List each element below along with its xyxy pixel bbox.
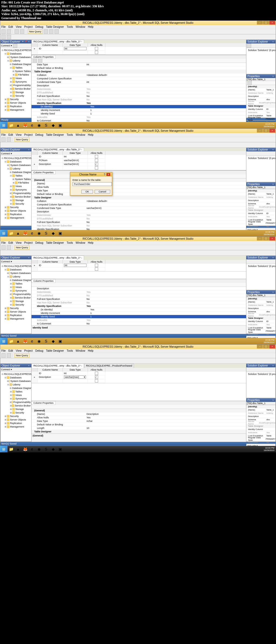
menu-tabledesigner[interactable]: Table Designer bbox=[46, 25, 64, 28]
status-text: Ready bbox=[1, 118, 8, 121]
menu-window[interactable]: Window bbox=[76, 25, 85, 28]
sol-item[interactable]: Solution 'Solution1' (0 projects) bbox=[248, 49, 275, 52]
tables-node[interactable]: Tables bbox=[15, 66, 22, 70]
dialog-help-icon[interactable]: ? bbox=[104, 173, 105, 176]
allow-null-check[interactable] bbox=[95, 51, 98, 54]
security-node[interactable]: Security bbox=[15, 94, 24, 98]
tb-save[interactable] bbox=[20, 29, 24, 34]
tb-open[interactable] bbox=[15, 29, 19, 34]
chrome-icon[interactable]: ◉ bbox=[36, 122, 43, 128]
audio-line: Audio: aac, 44100 Hz, 2 channels, s16, 6… bbox=[1, 8, 275, 12]
clock-date: 10/29/2014 bbox=[264, 125, 274, 128]
object-tree[interactable]: ⊟RICOALL\SQLEXPRESS (SQL Server 12.0.2 ⊟… bbox=[1, 48, 31, 118]
tb-back[interactable] bbox=[1, 29, 6, 34]
menu-debug[interactable]: Debug bbox=[35, 25, 43, 28]
menu-project[interactable]: Project bbox=[24, 25, 33, 28]
ie-icon[interactable]: e bbox=[29, 122, 36, 128]
gdrive-icon[interactable]: ▲ bbox=[15, 122, 22, 128]
table-name-input[interactable] bbox=[73, 182, 112, 186]
props-sort-icon[interactable] bbox=[247, 81, 252, 85]
close-button[interactable]: × bbox=[269, 21, 275, 25]
server-node[interactable]: RICOALL\SQLEXPRESS (SQL Server 12.0.2 bbox=[4, 49, 31, 52]
file-line: File: 001 Lets Create our First Database… bbox=[1, 1, 275, 4]
tb2-2[interactable] bbox=[7, 35, 11, 39]
dropdown-icon: ▾ bbox=[84, 376, 85, 378]
title-bar: RICOALL\SQLEXPRESS.Udemy - dbo.Table_1* … bbox=[0, 129, 276, 133]
udemy-node[interactable]: Udemy bbox=[13, 59, 20, 63]
sol-tb1[interactable] bbox=[247, 43, 251, 48]
minimize-button[interactable]: – bbox=[257, 129, 263, 133]
refresh-icon[interactable] bbox=[13, 43, 17, 48]
prop-cat-icon[interactable] bbox=[38, 59, 42, 63]
tab-close-icon[interactable]: × bbox=[81, 40, 82, 43]
menu-help[interactable]: Help bbox=[88, 25, 94, 28]
props-title: Properties bbox=[247, 75, 260, 78]
systables-node[interactable]: System Tables bbox=[15, 70, 31, 73]
connect-button[interactable]: Connect ▾ bbox=[1, 44, 12, 47]
minimize-button[interactable]: – bbox=[257, 21, 263, 25]
sysdbs-node[interactable]: System Databases bbox=[10, 56, 31, 59]
dtype-dropdown[interactable]: varchar(max)▾ bbox=[64, 375, 86, 379]
synonyms-node[interactable]: Synonyms bbox=[15, 80, 27, 84]
menu-file[interactable]: File bbox=[1, 25, 6, 28]
app-icon[interactable]: ◆ bbox=[50, 122, 57, 128]
close-panel-icon[interactable]: × bbox=[27, 40, 30, 43]
tb-opt2[interactable] bbox=[49, 29, 53, 34]
toolbar: New Query bbox=[0, 29, 276, 34]
serverobj-node[interactable]: Server Objects bbox=[10, 101, 26, 105]
filetables-node[interactable]: FileTables bbox=[18, 73, 29, 77]
taskbar[interactable]: ⊞ 📁 ▲ 🦊 e ◉ S ◆ ▣ 10:29 PM10/29/2014 bbox=[0, 122, 276, 128]
tb2-1[interactable] bbox=[1, 35, 6, 39]
menu-edit[interactable]: Edit bbox=[8, 25, 13, 28]
menu-bar: File Edit View Project Debug Table Desig… bbox=[0, 25, 276, 29]
camtasia-icon[interactable]: ▣ bbox=[57, 122, 64, 128]
security2-node[interactable]: Security bbox=[10, 98, 19, 101]
start-button[interactable]: ⊞ bbox=[0, 122, 8, 128]
designer-tab[interactable]: RICOALL\SQLEXPRE...emy - dbo.Table_1*× bbox=[32, 40, 84, 43]
col-null-header: Allow Nulls bbox=[88, 43, 105, 47]
prog-node[interactable]: Programmability bbox=[13, 84, 31, 87]
size-line: Size: 18111220 bytes (17.27 MiB), durati… bbox=[1, 4, 275, 8]
tb-opt1[interactable] bbox=[44, 29, 48, 34]
prop-sort-icon[interactable] bbox=[33, 59, 37, 63]
col-name-cell[interactable]: ID bbox=[38, 47, 63, 51]
video-line: Video: h264, yuv420p, 1280x720, 271 kb/s… bbox=[1, 12, 275, 16]
maximize-button[interactable]: ▢ bbox=[263, 129, 269, 133]
obj-exp-title: Object Explorer bbox=[2, 40, 20, 43]
maximize-button[interactable]: ▢ bbox=[263, 21, 269, 25]
mgmt-node[interactable]: Management bbox=[10, 108, 24, 112]
explorer-icon[interactable]: 📁 bbox=[8, 122, 15, 128]
col-name-header: Column Name bbox=[38, 43, 63, 47]
sbroker-node[interactable]: Service Broker bbox=[15, 87, 31, 91]
object-explorer-panel: Object Explorer ▾📌× Connect ▾ ⊟RICOALL\S… bbox=[0, 40, 32, 118]
views-node[interactable]: Views bbox=[15, 77, 22, 80]
dbdiag-node[interactable]: Database Diagrams bbox=[12, 63, 31, 66]
props-hdr[interactable]: [Tbl] dbo.Table_1 bbox=[247, 78, 265, 81]
new-query-button[interactable]: New Query bbox=[28, 29, 43, 34]
col-props-tab[interactable]: Column Properties bbox=[32, 55, 56, 59]
databases-node[interactable]: Databases bbox=[10, 52, 22, 56]
allow-null-check[interactable] bbox=[95, 47, 98, 50]
close-button[interactable]: × bbox=[269, 129, 275, 133]
dialog-close-icon[interactable]: × bbox=[106, 173, 110, 176]
tb-opt3[interactable] bbox=[54, 29, 59, 34]
storage-node[interactable]: Storage bbox=[15, 91, 24, 94]
column-properties-grid[interactable]: Data Typeint Default Value or Binding Ta… bbox=[32, 63, 246, 123]
designer-tab-1[interactable]: RICOALL\SQLEXPRE...emy - dbo.Table_1*× bbox=[32, 364, 84, 368]
table-properties-grid[interactable]: (Identity) (Name)Table_1 Database NameUd… bbox=[246, 85, 275, 124]
menu-view[interactable]: View bbox=[16, 25, 22, 28]
toolbar-2 bbox=[0, 34, 276, 40]
menu-tools[interactable]: Tools bbox=[67, 25, 73, 28]
ok-button[interactable]: OK bbox=[81, 190, 93, 194]
designer-tab-2[interactable]: RICOALL\SQLEXPRE...ProductPurchased bbox=[84, 364, 134, 368]
dtype-input[interactable]: int bbox=[64, 47, 87, 50]
skype-icon[interactable]: S bbox=[43, 122, 50, 128]
cancel-button[interactable]: Cancel bbox=[95, 190, 110, 194]
firefox-icon[interactable]: 🦊 bbox=[22, 122, 29, 128]
pin2-icon[interactable]: 📌 bbox=[25, 40, 27, 43]
tb-fwd[interactable] bbox=[7, 29, 11, 34]
pin-icon[interactable]: ▾ bbox=[22, 40, 24, 43]
gen-line: Generated by Thumbnail me bbox=[1, 16, 275, 20]
replication-node[interactable]: Replication bbox=[10, 105, 22, 108]
dialog-title: Choose Name bbox=[72, 173, 104, 176]
